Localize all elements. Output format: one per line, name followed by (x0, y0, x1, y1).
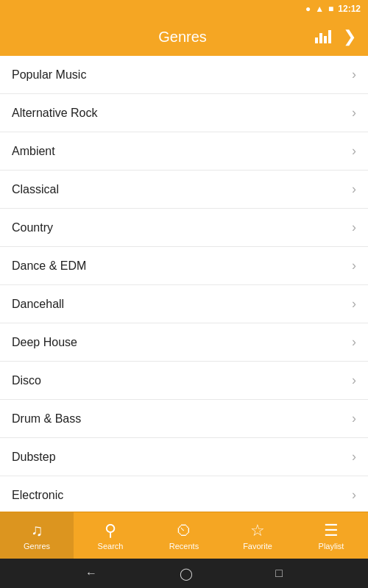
nav-item-favorite[interactable]: ☆ Favorite (221, 512, 294, 559)
genre-list-item[interactable]: Deep House› (0, 323, 368, 362)
wifi-icon: ▲ (315, 4, 324, 14)
chevron-right-icon: › (352, 296, 356, 312)
nav-label-favorite: Favorite (243, 542, 272, 551)
search-icon: ⚲ (105, 521, 116, 540)
genre-name: Dubstep (12, 451, 56, 464)
genre-list-item[interactable]: Classical› (0, 171, 368, 209)
genre-list-item[interactable]: Country› (0, 209, 368, 247)
genre-name: Drum & Bass (12, 412, 81, 426)
nav-item-search[interactable]: ⚲ Search (74, 512, 147, 559)
chevron-right-icon: › (352, 411, 356, 426)
genre-list-item[interactable]: Electronic› (0, 476, 368, 512)
status-bar: ● ▲ ■ 12:12 (0, 0, 368, 18)
music-note-icon: ♫ (31, 521, 43, 540)
chevron-right-icon: › (352, 487, 356, 503)
location-icon: ● (305, 4, 311, 14)
home-button[interactable]: ◯ (180, 567, 193, 581)
genre-list-item[interactable]: Dance & EDM› (0, 247, 368, 285)
bottom-navigation: ♫ Genres ⚲ Search ⏲ Recents ☆ Favorite ☰… (0, 512, 368, 559)
genre-name: Dancehall (12, 298, 64, 311)
nav-label-recents: Recents (169, 542, 199, 551)
genre-name: Classical (12, 183, 59, 196)
chevron-right-icon: › (352, 334, 356, 350)
nav-item-recents[interactable]: ⏲ Recents (147, 512, 221, 559)
genre-list-item[interactable]: Alternative Rock› (0, 94, 368, 132)
genre-list-item[interactable]: Disco› (0, 362, 368, 400)
star-icon: ☆ (250, 521, 265, 540)
signal-icon: ■ (328, 4, 333, 14)
bar-chart-icon (315, 30, 331, 43)
genre-list-item[interactable]: Ambient› (0, 132, 368, 171)
nav-item-playlist[interactable]: ☰ Playlist (294, 512, 368, 559)
nav-item-genres[interactable]: ♫ Genres (0, 512, 74, 559)
time-display: 12:12 (338, 4, 361, 14)
genre-name: Deep House (12, 336, 77, 349)
chevron-right-icon: › (352, 143, 356, 159)
recent-apps-button[interactable]: □ (275, 567, 283, 580)
header-actions: ❯ (312, 24, 359, 49)
bar-chart-button[interactable] (312, 27, 334, 46)
chevron-right-icon: › (352, 105, 356, 121)
back-button[interactable]: ← (85, 567, 97, 580)
genre-list: Popular Music›Alternative Rock›Ambient›C… (0, 56, 368, 512)
genre-list-item[interactable]: Dubstep› (0, 438, 368, 476)
genre-name: Ambient (12, 145, 55, 158)
genre-list-item[interactable]: Dancehall› (0, 285, 368, 323)
genre-name: Dance & EDM (12, 259, 86, 273)
chevron-right-icon: › (352, 182, 356, 197)
nav-label-search: Search (98, 542, 124, 551)
nav-label-genres: Genres (24, 542, 50, 551)
list-icon: ☰ (324, 521, 339, 540)
genre-name: Country (12, 221, 53, 234)
clock-icon: ⏲ (176, 521, 192, 540)
chevron-right-icon: › (352, 258, 356, 273)
chevron-right-icon: › (352, 67, 356, 82)
chevron-right-icon: ❯ (343, 27, 356, 46)
header: Genres ❯ (0, 18, 368, 56)
genre-list-item[interactable]: Drum & Bass› (0, 400, 368, 438)
chevron-right-icon: › (352, 449, 356, 465)
chevron-right-icon: › (352, 373, 356, 388)
genre-name: Electronic (12, 489, 63, 502)
next-button[interactable]: ❯ (340, 24, 359, 49)
genre-name: Disco (12, 374, 41, 387)
genre-name: Alternative Rock (12, 107, 98, 120)
page-title: Genres (53, 29, 312, 46)
genre-list-item[interactable]: Popular Music› (0, 56, 368, 94)
chevron-right-icon: › (352, 220, 356, 235)
status-icons: ● ▲ ■ 12:12 (305, 4, 361, 14)
android-nav-bar: ← ◯ □ (0, 559, 368, 588)
genre-name: Popular Music (12, 68, 86, 82)
nav-label-playlist: Playlist (319, 542, 344, 551)
